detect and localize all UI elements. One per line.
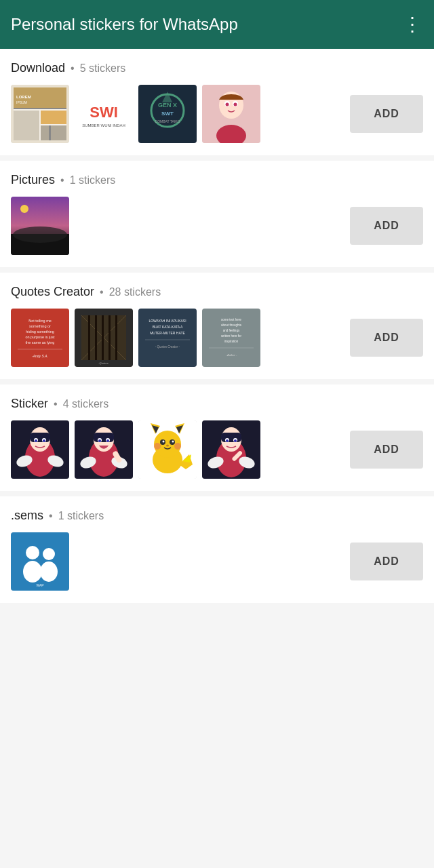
- add-button-download[interactable]: ADD: [350, 95, 423, 133]
- svg-rect-5: [41, 111, 66, 124]
- svg-point-96: [166, 445, 169, 447]
- sticker-s4: [202, 420, 260, 479]
- svg-rect-7: [49, 125, 51, 140]
- add-button-quotes[interactable]: ADD: [350, 319, 423, 357]
- svg-text:LOWAYAH INI APLIKASI: LOWAYAH INI APLIKASI: [149, 319, 186, 323]
- sticker-se1: WAP: [11, 532, 69, 591]
- sticker-s2: [75, 420, 133, 479]
- svg-point-93: [172, 441, 174, 443]
- svg-point-95: [174, 443, 181, 450]
- svg-rect-44: [102, 315, 104, 360]
- section-quotes-stickers: Not telling me something or hiding somet…: [11, 309, 260, 367]
- section-quotes-count: 28 stickers: [109, 286, 161, 298]
- svg-rect-46: [115, 315, 117, 360]
- sticker-s1: [11, 420, 69, 479]
- section-download-stickers: LOREM IPSUM SWI SUMBER WUNI INDAH GEN X: [11, 85, 260, 143]
- svg-text:the same as lying: the same as lying: [26, 340, 55, 344]
- section-download-count: 5 stickers: [80, 62, 126, 75]
- svg-point-113: [43, 548, 55, 560]
- separator-dot-quotes: •: [100, 286, 104, 298]
- section-sems-title: .sems: [11, 509, 43, 523]
- svg-point-112: [23, 561, 42, 583]
- svg-text:SWT: SWT: [161, 111, 174, 117]
- svg-rect-42: [88, 315, 90, 360]
- app-title: Personal stickers for WhatsApp: [11, 15, 238, 34]
- svg-text:-Andy S.A.: -Andy S.A.: [32, 354, 48, 358]
- svg-text:MUTER-MUTER HATE: MUTER-MUTER HATE: [150, 331, 185, 335]
- sticker-d1: LOREM IPSUM: [11, 85, 69, 143]
- svg-text:COMBAT TAIKO: COMBAT TAIKO: [155, 119, 180, 123]
- svg-text:-Quotes-: -Quotes-: [98, 361, 109, 365]
- section-download: Download • 5 stickers LOREM IPSUM: [0, 49, 434, 155]
- svg-text:WAP: WAP: [36, 583, 44, 587]
- section-sems-header: .sems • 1 stickers: [11, 509, 423, 523]
- section-sticker-title: Sticker: [11, 397, 48, 411]
- svg-text:and feelings: and feelings: [223, 329, 240, 332]
- section-download-header: Download • 5 stickers: [11, 61, 423, 75]
- add-button-sticker[interactable]: ADD: [350, 431, 423, 469]
- section-quotes: Quotes Creator • 28 stickers Not telling…: [0, 273, 434, 379]
- more-options-icon[interactable]: ⋮: [403, 15, 423, 34]
- svg-point-69: [43, 439, 45, 442]
- sticker-q2: -Quotes-: [75, 309, 133, 367]
- svg-text:some text here: some text here: [221, 318, 241, 321]
- svg-text:- Author -: - Author -: [226, 353, 237, 357]
- svg-point-114: [40, 561, 58, 582]
- svg-text:IPSUM: IPSUM: [16, 100, 27, 104]
- svg-rect-48: [138, 309, 197, 367]
- sticker-q1: Not telling me something or hiding somet…: [11, 309, 69, 367]
- svg-text:hiding something: hiding something: [26, 330, 54, 334]
- svg-rect-6: [41, 125, 66, 140]
- svg-text:SWI: SWI: [90, 104, 118, 121]
- section-quotes-body: Not telling me something or hiding somet…: [11, 309, 423, 367]
- svg-text:on purpose is just: on purpose is just: [25, 335, 55, 339]
- section-sticker-count: 4 stickers: [63, 398, 109, 410]
- svg-rect-45: [108, 315, 111, 360]
- svg-point-29: [20, 205, 28, 213]
- svg-text:Not telling me: Not telling me: [28, 319, 52, 323]
- svg-point-24: [226, 103, 229, 106]
- section-pictures: Pictures • 1 stickers: [0, 161, 434, 267]
- svg-rect-65: [30, 433, 50, 442]
- section-sems-stickers: WAP: [11, 532, 69, 591]
- svg-text:written here for: written here for: [221, 334, 242, 338]
- section-sems: .sems • 1 stickers WAP ADD: [0, 496, 434, 603]
- svg-rect-3: [14, 108, 66, 109]
- sticker-s3: [138, 420, 197, 479]
- app-header: Personal stickers for WhatsApp ⋮: [0, 0, 434, 49]
- sticker-d3: GEN X SWT COMBAT TAIKO: [138, 85, 197, 143]
- section-sems-body: WAP ADD: [11, 532, 423, 591]
- svg-point-94: [154, 443, 161, 450]
- svg-rect-43: [95, 315, 97, 360]
- svg-point-25: [234, 103, 237, 106]
- section-quotes-title: Quotes Creator: [11, 285, 94, 299]
- svg-point-106: [234, 439, 237, 442]
- svg-point-111: [26, 546, 39, 559]
- section-pictures-stickers: [11, 197, 69, 255]
- separator-dot-sticker: •: [54, 398, 58, 410]
- section-sticker: Sticker • 4 stickers: [0, 384, 434, 491]
- svg-text:- Quotes Creator -: - Quotes Creator -: [155, 345, 180, 349]
- add-button-pictures[interactable]: ADD: [350, 207, 423, 245]
- section-sticker-body: ADD: [11, 420, 423, 479]
- svg-rect-110: [11, 532, 69, 591]
- section-download-body: LOREM IPSUM SWI SUMBER WUNI INDAH GEN X: [11, 85, 423, 143]
- svg-text:GEN X: GEN X: [158, 102, 177, 108]
- svg-text:about thoughts: about thoughts: [221, 323, 242, 327]
- section-pictures-title: Pictures: [11, 173, 55, 187]
- svg-text:SUMBER WUNI INDAH: SUMBER WUNI INDAH: [82, 123, 125, 127]
- section-sticker-header: Sticker • 4 stickers: [11, 397, 423, 411]
- separator-dot-sems: •: [49, 510, 53, 522]
- sticker-d4: [202, 85, 260, 143]
- svg-rect-54: [202, 309, 260, 367]
- svg-text:LOREM: LOREM: [16, 95, 31, 99]
- svg-text:BUAT KATA-KATA A: BUAT KATA-KATA A: [153, 325, 183, 329]
- svg-rect-75: [94, 433, 114, 442]
- svg-point-68: [35, 439, 37, 442]
- sticker-p1: [11, 197, 69, 255]
- add-button-sems[interactable]: ADD: [350, 542, 423, 580]
- sticker-q3: LOWAYAH INI APLIKASI BUAT KATA-KATA A MU…: [138, 309, 197, 367]
- svg-rect-102: [221, 433, 241, 442]
- svg-text:inspiration: inspiration: [224, 340, 239, 343]
- section-download-title: Download: [11, 61, 65, 75]
